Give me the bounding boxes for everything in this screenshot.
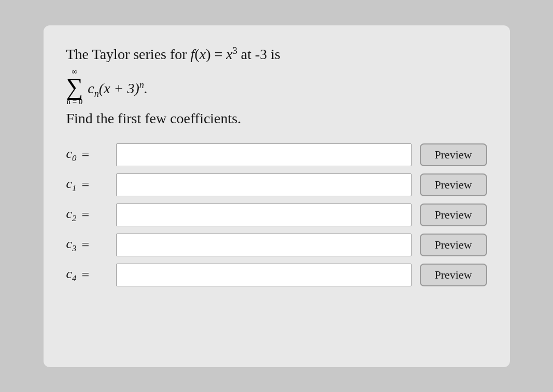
c3-label: c3 = xyxy=(66,236,108,254)
c2-symbol: c2 xyxy=(66,206,77,224)
c2-equals: = xyxy=(82,207,90,223)
c2-preview-button[interactable]: Preview xyxy=(420,204,487,226)
c0-label: c0 = xyxy=(66,146,108,164)
problem-statement: The Taylor series for f(x) = x3 at -3 is xyxy=(66,44,487,64)
c4-input[interactable] xyxy=(116,264,412,286)
c3-input[interactable] xyxy=(116,234,412,256)
c1-preview-button[interactable]: Preview xyxy=(420,173,487,196)
summation-symbol: ∞ ∑ n = 0 xyxy=(66,67,83,106)
c3-equals: = xyxy=(82,237,90,253)
c0-symbol: c0 xyxy=(66,146,77,164)
summation-bottom: n = 0 xyxy=(66,97,82,106)
coefficients-section: c0 = Preview c1 = Preview c2 = Preview xyxy=(66,143,487,286)
c1-label: c1 = xyxy=(66,176,108,194)
c2-input[interactable] xyxy=(116,204,412,226)
c1-input[interactable] xyxy=(116,173,412,196)
c4-preview-button[interactable]: Preview xyxy=(420,264,487,286)
summation-sigma: ∑ xyxy=(66,76,83,97)
c0-preview-button[interactable]: Preview xyxy=(420,143,487,166)
coefficient-row-c2: c2 = Preview xyxy=(66,204,487,226)
c0-equals: = xyxy=(82,147,90,163)
coefficient-row-c1: c1 = Preview xyxy=(66,173,487,196)
summation-row: ∞ ∑ n = 0 cn(x + 3)n. xyxy=(66,67,487,106)
c2-label: c2 = xyxy=(66,206,108,224)
coefficient-row-c4: c4 = Preview xyxy=(66,264,487,286)
c3-preview-button[interactable]: Preview xyxy=(420,234,487,256)
function-expression: f(x) = x3 xyxy=(191,46,237,62)
c1-symbol: c1 xyxy=(66,176,77,194)
coefficient-row-c0: c0 = Preview xyxy=(66,143,487,166)
c1-equals: = xyxy=(82,177,90,193)
coefficient-row-c3: c3 = Preview xyxy=(66,234,487,256)
c3-symbol: c3 xyxy=(66,236,77,254)
c4-equals: = xyxy=(82,267,90,283)
find-coefficients-text: Find the first few coefficients. xyxy=(66,110,487,127)
c4-symbol: c4 xyxy=(66,266,77,284)
summation-expression: cn(x + 3)n. xyxy=(84,80,148,99)
c4-label: c4 = xyxy=(66,266,108,284)
c0-input[interactable] xyxy=(116,143,412,166)
problem-card: The Taylor series for f(x) = x3 at -3 is… xyxy=(44,25,510,367)
